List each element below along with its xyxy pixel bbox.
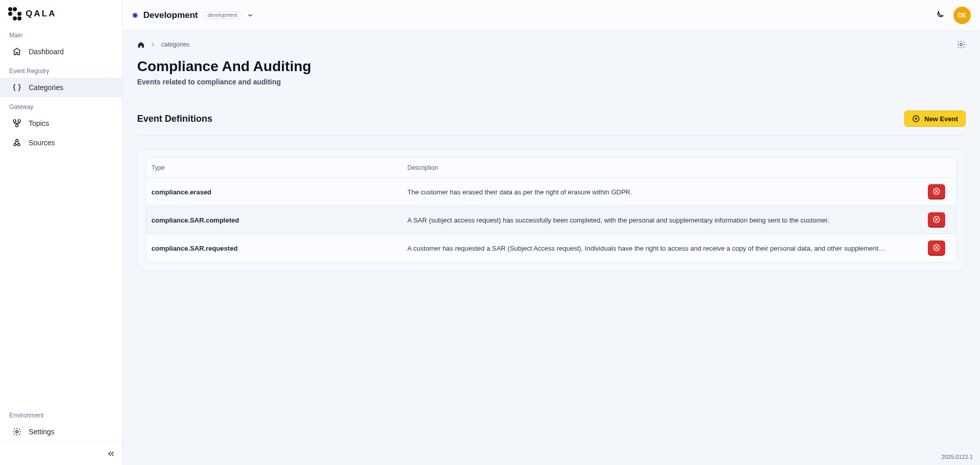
home-icon <box>12 47 21 56</box>
svg-point-3 <box>14 144 16 146</box>
button-label: New Event <box>924 115 958 123</box>
cell-actions <box>902 240 951 256</box>
sidebar-item-label: Categories <box>29 83 63 92</box>
environment-badge: development <box>203 11 242 19</box>
theme-toggle-button[interactable] <box>934 10 944 20</box>
network-icon <box>12 119 21 128</box>
event-table-card: Type Description compliance.erased The c… <box>137 149 966 271</box>
section-header: Event Definitions New Event <box>137 110 966 136</box>
column-header-description: Description <box>407 164 902 171</box>
collapse-sidebar-button[interactable] <box>107 450 115 458</box>
delete-button[interactable] <box>928 240 945 256</box>
cell-type: compliance.SAR.requested <box>151 245 407 252</box>
home-icon <box>137 41 145 49</box>
sidebar-item-label: Sources <box>29 139 55 147</box>
sidebar-item-categories[interactable]: Categories <box>0 78 122 97</box>
breadcrumb: categories <box>137 41 189 49</box>
environment-switcher[interactable]: Development development <box>132 10 254 20</box>
page-subtitle: Events related to compliance and auditin… <box>137 78 966 86</box>
cell-description: A SAR (subject access request) has succe… <box>407 216 902 224</box>
app-version: 2025.0122.1 <box>123 450 980 465</box>
sidebar-bottom: Environment Settings <box>0 406 122 465</box>
nav-group-main: Main <box>0 26 122 42</box>
app-root: QALA Main Dashboard Event Registry Categ… <box>0 0 980 465</box>
event-table: Type Description compliance.erased The c… <box>146 158 957 262</box>
delete-circle-icon <box>932 243 941 252</box>
cell-actions <box>902 212 951 228</box>
nav-group-event-registry: Event Registry <box>0 61 122 78</box>
environment-indicator-icon <box>132 12 138 18</box>
sidebar-item-dashboard[interactable]: Dashboard <box>0 42 122 61</box>
svg-rect-2 <box>16 124 18 127</box>
gear-icon <box>12 427 21 436</box>
avatar[interactable]: DE <box>953 7 971 24</box>
cell-type: compliance.SAR.completed <box>151 216 407 224</box>
nav-group-environment: Environment <box>0 406 122 422</box>
table-row[interactable]: compliance.erased The customer has erase… <box>146 178 956 206</box>
topbar-right: DE <box>934 7 971 24</box>
delete-circle-icon <box>932 215 941 224</box>
sidebar-item-settings[interactable]: Settings <box>0 422 122 441</box>
sidebar-item-label: Settings <box>29 428 55 436</box>
section-title: Event Definitions <box>137 114 212 124</box>
page-title: Compliance And Auditing <box>137 58 966 75</box>
breadcrumb-home[interactable] <box>137 41 145 49</box>
brand-logo-icon <box>8 7 21 20</box>
environment-name: Development <box>143 10 198 20</box>
new-event-button[interactable]: New Event <box>904 110 966 127</box>
table-header: Type Description <box>146 158 956 178</box>
sidebar: QALA Main Dashboard Event Registry Categ… <box>0 0 123 465</box>
svg-point-6 <box>16 431 18 433</box>
column-header-type: Type <box>151 164 407 171</box>
page-settings-button[interactable] <box>956 40 966 49</box>
braces-icon <box>12 83 21 92</box>
cell-actions <box>902 184 951 200</box>
delete-button[interactable] <box>928 184 945 200</box>
svg-point-4 <box>18 144 20 146</box>
svg-rect-0 <box>13 120 16 122</box>
breadcrumb-segment[interactable]: categories <box>161 41 189 48</box>
chevron-down-icon <box>247 12 254 19</box>
sidebar-footerbar <box>0 441 122 465</box>
cell-description: A customer has requested a SAR (Subject … <box>407 245 902 252</box>
topbar: Development development DE <box>123 0 980 31</box>
brand[interactable]: QALA <box>0 0 122 26</box>
table-row[interactable]: compliance.SAR.completed A SAR (subject … <box>146 206 956 234</box>
delete-circle-icon <box>932 187 941 195</box>
nav-group-gateway: Gateway <box>0 97 122 114</box>
sidebar-item-sources[interactable]: Sources <box>0 133 122 152</box>
moon-icon <box>934 10 944 20</box>
brand-name: QALA <box>26 9 56 19</box>
cell-description: The customer has erased their data as pe… <box>407 188 902 196</box>
avatar-initials: DE <box>958 12 967 19</box>
delete-button[interactable] <box>928 212 945 228</box>
main-column: Development development DE <box>123 0 980 465</box>
sidebar-item-label: Topics <box>29 119 49 127</box>
gear-icon <box>956 40 966 49</box>
cell-type: compliance.erased <box>151 188 407 196</box>
svg-point-7 <box>960 43 963 46</box>
svg-rect-1 <box>18 120 20 122</box>
content-head-row: categories <box>137 40 966 49</box>
webhook-icon <box>12 138 21 147</box>
table-row[interactable]: compliance.SAR.requested A customer has … <box>146 234 956 262</box>
sidebar-item-label: Dashboard <box>29 48 64 56</box>
sidebar-item-topics[interactable]: Topics <box>0 114 122 133</box>
plus-circle-icon <box>912 115 920 123</box>
content: categories Compliance And Auditing Event… <box>123 31 980 450</box>
chevron-right-icon <box>150 41 156 48</box>
